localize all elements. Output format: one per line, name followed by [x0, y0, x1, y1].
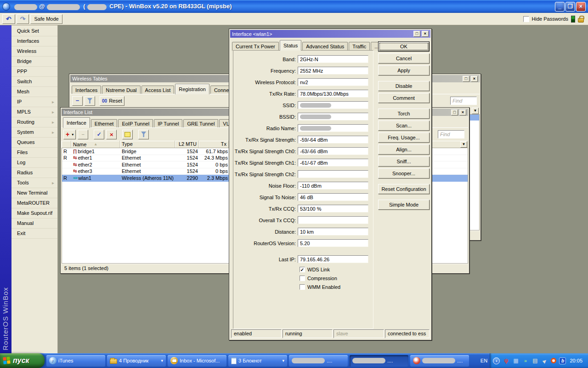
minimize-button[interactable]: _: [555, 2, 565, 12]
sidebar-item[interactable]: IP: [11, 97, 57, 107]
sidebar-item[interactable]: Switch: [11, 77, 57, 87]
sidebar-item[interactable]: Bridge: [11, 57, 57, 67]
sidebar-item[interactable]: Routing: [11, 117, 57, 127]
dialog-button[interactable]: Scan...: [378, 121, 430, 131]
type-column-header[interactable]: Type: [120, 141, 175, 148]
sidebar-item[interactable]: Interfaces: [11, 36, 57, 46]
tray-collapse-icon[interactable]: ‹: [493, 357, 500, 364]
dialog-button[interactable]: Apply: [378, 65, 430, 75]
tab[interactable]: Advanced Status: [302, 42, 348, 51]
flag-column-header[interactable]: [62, 141, 71, 148]
filter-button[interactable]: [138, 130, 149, 139]
taskbar-button[interactable]: 4 Проводник ▾: [107, 355, 166, 367]
sidebar-item[interactable]: Log: [11, 158, 57, 168]
notes-icon[interactable]: ▤: [531, 357, 538, 364]
restore-button[interactable]: ❐: [565, 2, 575, 12]
hide-passwords-checkbox[interactable]: [523, 16, 529, 22]
taskbar-button[interactable]: ....: [350, 355, 408, 367]
add-button[interactable]: +▾: [63, 130, 76, 139]
remove-button[interactable]: −: [78, 130, 88, 139]
undo-button[interactable]: ↶: [2, 14, 15, 24]
taskbar-button[interactable]: Inbox - Microsof...: [168, 355, 226, 367]
field-value-input[interactable]: [298, 124, 368, 132]
remove-button[interactable]: −: [72, 96, 83, 106]
close-icon[interactable]: ×: [459, 109, 466, 115]
pointer-icon[interactable]: ▶: [540, 356, 549, 365]
sidebar-item[interactable]: MPLS: [11, 107, 57, 117]
find-input[interactable]: Find: [450, 97, 477, 105]
tab[interactable]: Current Tx Power: [232, 42, 279, 51]
tx-column-header[interactable]: Tx: [199, 141, 229, 148]
tab[interactable]: Registration: [175, 84, 209, 94]
dialog-button[interactable]: Snooper...: [378, 168, 430, 178]
column-dropdown-icon[interactable]: ▼: [472, 108, 479, 114]
tab[interactable]: Interface: [63, 117, 90, 128]
dialog-button[interactable]: OK: [378, 41, 430, 52]
sidebar-item[interactable]: Wireless: [11, 46, 57, 57]
dialog-button[interactable]: Freq. Usage...: [378, 132, 430, 143]
checkbox-row[interactable]: WMM Enabled: [300, 282, 373, 291]
find-input[interactable]: Find: [438, 130, 464, 138]
tab[interactable]: GRE Tunnel: [183, 119, 218, 128]
sidebar-item[interactable]: Exit: [11, 229, 57, 239]
disable-button[interactable]: ×: [106, 130, 117, 139]
reset-button[interactable]: 00 Reset: [100, 96, 124, 106]
checkbox-row[interactable]: Compression: [300, 274, 373, 282]
field-value-input[interactable]: 78.0Mbps/130.0Mbps: [298, 90, 368, 98]
modem-signal-icon[interactable]: »: [522, 357, 529, 364]
sidebar-item[interactable]: Make Supout.rif: [11, 208, 57, 218]
field-value-input[interactable]: [298, 216, 368, 224]
enable-button[interactable]: ✓: [94, 130, 104, 139]
network-icon[interactable]: ▦: [512, 357, 519, 364]
sidebar-item[interactable]: Quick Set: [11, 26, 57, 36]
taskbar-button[interactable]: 3 Блокнот ▾: [228, 355, 287, 367]
field-value-input[interactable]: 10 km: [298, 228, 368, 236]
sidebar-item[interactable]: Queues: [11, 138, 57, 148]
field-value-input[interactable]: [298, 113, 368, 121]
sidebar-item[interactable]: PPP: [11, 67, 57, 77]
redo-button[interactable]: ↷: [17, 14, 29, 24]
sidebar-item[interactable]: Tools: [11, 178, 57, 188]
dialog-button[interactable]: Simple Mode: [378, 200, 430, 210]
tab[interactable]: Access List: [141, 86, 175, 94]
tab[interactable]: IP Tunnel: [154, 119, 182, 128]
comment-button[interactable]: [122, 130, 133, 139]
dialog-button[interactable]: Disable: [378, 81, 430, 91]
l2mtu-column-header[interactable]: L2 MTU: [175, 141, 199, 148]
safe-mode-button[interactable]: Safe Mode: [30, 14, 62, 24]
column-dropdown-icon[interactable]: ▼: [460, 141, 467, 148]
dialog-button[interactable]: Cancel: [378, 53, 430, 63]
wireless-antenna-icon[interactable]: ψ: [503, 357, 509, 364]
close-button[interactable]: ×: [576, 2, 586, 12]
field-value-input[interactable]: -110 dBm: [298, 182, 368, 190]
sidebar-item[interactable]: Files: [11, 148, 57, 158]
opera-icon[interactable]: [551, 358, 556, 363]
dialog-button[interactable]: Torch: [378, 109, 430, 119]
sidebar-item[interactable]: MetaROUTER: [11, 198, 57, 208]
sidebar-item[interactable]: System: [11, 127, 57, 138]
dialog-button[interactable]: Reset Configuration: [378, 184, 430, 194]
field-value-input[interactable]: 2GHz-N: [298, 55, 368, 63]
dialog-button[interactable]: Align...: [378, 144, 430, 155]
sidebar-item[interactable]: Manual: [11, 218, 57, 229]
tab[interactable]: Interfaces: [72, 86, 101, 94]
taskbar-button[interactable]: ....: [410, 355, 469, 367]
maximize-icon[interactable]: □: [463, 76, 469, 82]
dialog-titlebar[interactable]: Interface <wlan1> □ ×: [230, 30, 430, 38]
checkbox[interactable]: [300, 267, 305, 272]
language-indicator[interactable]: EN: [478, 358, 490, 363]
sidebar-item[interactable]: Radius: [11, 168, 57, 178]
field-value-input[interactable]: -59/-64 dBm: [298, 136, 368, 144]
field-value-input[interactable]: -61/-67 dBm: [298, 159, 368, 167]
maximize-icon[interactable]: □: [413, 31, 420, 37]
checkbox[interactable]: [300, 284, 305, 290]
taskbar-button[interactable]: ♪ iTunes: [46, 355, 105, 367]
field-value-input[interactable]: 46 dB: [298, 193, 368, 201]
field-value-input[interactable]: [298, 170, 368, 178]
field-value-input[interactable]: 2552 MHz: [298, 67, 368, 75]
checkbox-row[interactable]: WDS Link: [300, 265, 373, 274]
tab[interactable]: Status: [280, 40, 301, 51]
close-icon[interactable]: ×: [471, 76, 478, 82]
bluetooth-icon[interactable]: b: [559, 357, 566, 364]
last-ip-input[interactable]: 79.165.46.26: [298, 255, 368, 263]
